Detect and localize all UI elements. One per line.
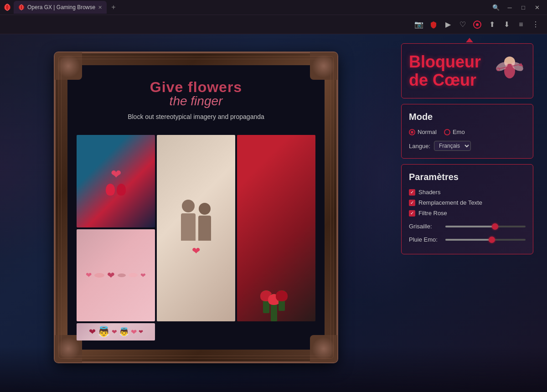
roses-image: [237, 135, 315, 321]
grid-cell-macarons: ❤ ❤ ❤: [77, 229, 155, 322]
filtre-checkmark: ✓: [410, 211, 414, 216]
svg-point-2: [19, 5, 24, 10]
browser-chrome: Opera GX | Gaming Browse ✕ + 🔍 ─ □ ✕: [0, 0, 547, 15]
gx-icon[interactable]: [471, 19, 483, 31]
download-icon[interactable]: ⬇: [501, 19, 512, 31]
shield-icon[interactable]: [428, 19, 439, 31]
tab-favicon-icon: [18, 4, 25, 10]
svg-point-0: [4, 4, 10, 10]
mode-settings-card: Mode Normal Emo Langue: Français English…: [401, 104, 533, 159]
filtre-row: ✓ Filtre Rose: [409, 210, 526, 217]
filtre-checkbox[interactable]: ✓: [409, 210, 415, 217]
shaders-label: Shaders: [418, 189, 440, 196]
remplacement-checkbox[interactable]: ✓: [409, 200, 415, 206]
remplacement-row: ✓ Remplacement de Texte: [409, 199, 526, 206]
mode-card-title: Mode: [409, 112, 526, 122]
grid-cell-couple: ❤: [157, 135, 235, 321]
frame-corner-bottomright: [310, 335, 337, 362]
pluie-emo-track: [445, 239, 526, 241]
browser-toolbar: 📷 ▶ ♡ ⬆ ⬇ ≡ ⋮: [0, 15, 547, 34]
frame-corner-topright: [310, 52, 337, 80]
panel-arrow-indicator: [466, 38, 473, 42]
main-content: Give flowers the finger Block out stereo…: [0, 34, 547, 392]
close-button[interactable]: ✕: [531, 1, 543, 14]
search-button[interactable]: 🔍: [490, 1, 502, 14]
give-flowers-text: Give flowers: [128, 79, 264, 96]
active-tab[interactable]: Opera GX | Gaming Browse ✕: [14, 1, 107, 14]
tab-title: Opera GX | Gaming Browse: [27, 4, 95, 10]
shaders-checkmark: ✓: [410, 190, 414, 195]
ornate-frame-wrapper: Give flowers the finger Block out stereo…: [55, 52, 337, 362]
pluie-emo-thumb[interactable]: [489, 237, 495, 243]
cupids-image: ❤ 👼 ❤ 👼 ❤ ❤: [77, 323, 155, 340]
tab-bar: Opera GX | Gaming Browse ✕ +: [14, 0, 490, 15]
play-icon[interactable]: ▶: [442, 19, 454, 31]
grid-cell-cupids: ❤ 👼 ❤ 👼 ❤ ❤: [77, 323, 155, 340]
panel-title-card: Bloqueur de Cœur: [401, 43, 533, 98]
tab-close-button[interactable]: ✕: [98, 5, 102, 10]
camera-icon[interactable]: 📷: [413, 19, 425, 31]
window-controls: 🔍 ─ □ ✕: [490, 1, 543, 14]
grid-cell-roses: [237, 135, 315, 321]
new-tab-button[interactable]: +: [108, 3, 118, 11]
svg-point-5: [476, 23, 479, 26]
upload-icon[interactable]: ⬆: [486, 19, 498, 31]
parametres-card: Paramètres ✓ Shaders ✓ Remplacement de T…: [401, 164, 533, 254]
right-panel: Bloqueur de Cœur Mode: [401, 43, 533, 254]
langue-select[interactable]: Français English Español Deutsch: [434, 141, 471, 151]
emo-radio-button[interactable]: [444, 129, 450, 135]
frame-inner-content: Give flowers the finger Block out stereo…: [67, 65, 325, 350]
grisaille-label: Grisaille:: [409, 223, 441, 230]
maximize-button[interactable]: □: [517, 1, 530, 14]
menu-lines-icon[interactable]: ≡: [515, 19, 527, 31]
panel-main-title: Bloqueur de Cœur: [409, 53, 490, 89]
remplacement-checkmark: ✓: [410, 201, 414, 205]
cupid-decoration: [494, 53, 526, 85]
grisaille-thumb[interactable]: [492, 223, 498, 230]
emo-mode-option[interactable]: Emo: [444, 129, 465, 135]
couple-image: ❤: [157, 135, 235, 321]
emo-mode-label: Emo: [453, 129, 465, 135]
langue-row: Langue: Français English Español Deutsch: [409, 141, 526, 151]
filtre-label: Filtre Rose: [418, 210, 447, 217]
the-finger-text: the finger: [128, 94, 264, 108]
macarons-image: ❤ ❤ ❤: [77, 229, 155, 322]
pluie-emo-label: Pluie Emo:: [409, 236, 441, 243]
more-options-icon[interactable]: ⋮: [530, 19, 542, 31]
grisaille-fill: [445, 226, 495, 227]
langue-label: Langue:: [409, 143, 430, 150]
minimize-button[interactable]: ─: [503, 1, 516, 14]
normal-mode-label: Normal: [418, 129, 437, 135]
heart-icon[interactable]: ♡: [457, 19, 469, 31]
pluie-emo-fill: [445, 239, 492, 241]
figure-silhouette: [328, 48, 410, 299]
pluie-emo-row: Pluie Emo:: [409, 236, 526, 243]
image-grid: ❤: [77, 135, 315, 340]
frame-corner-topleft: [55, 52, 82, 80]
ornate-frame: Give flowers the finger Block out stereo…: [55, 52, 337, 362]
normal-mode-option[interactable]: Normal: [409, 129, 437, 135]
normal-radio-button[interactable]: [409, 129, 415, 135]
opera-logo: [4, 4, 11, 11]
frame-title: Give flowers the finger Block out stereo…: [128, 79, 264, 120]
frame-subtitle: Block out stereotypical imagery and prop…: [128, 113, 264, 120]
shaders-checkbox[interactable]: ✓: [409, 189, 415, 196]
grisaille-row: Grisaille:: [409, 223, 526, 230]
grisaille-track: [445, 226, 526, 227]
remplacement-label: Remplacement de Texte: [418, 199, 482, 206]
grid-cell-balloons: ❤: [77, 135, 155, 227]
shaders-row: ✓ Shaders: [409, 189, 526, 196]
balloons-image: ❤: [77, 135, 155, 227]
mode-options-row: Normal Emo: [409, 129, 526, 135]
parametres-title: Paramètres: [409, 172, 526, 182]
